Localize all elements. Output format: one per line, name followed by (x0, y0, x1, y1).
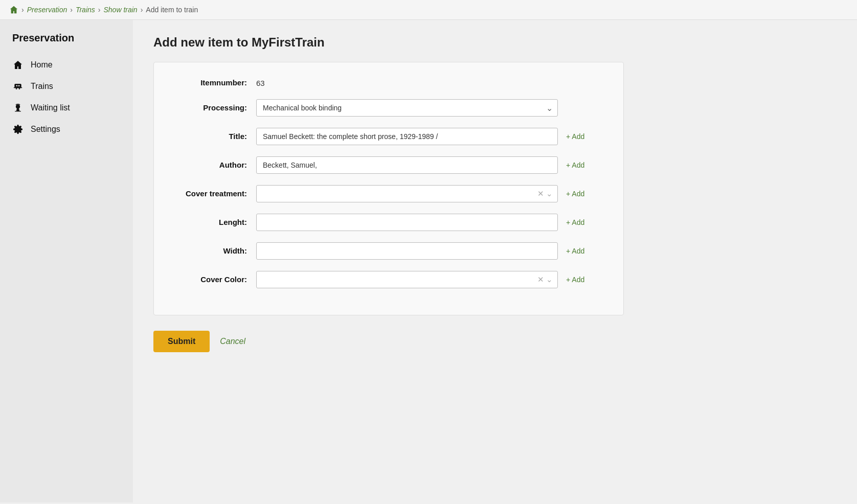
form-actions: Submit Cancel (153, 331, 837, 352)
length-row: Lenght: + Add (169, 214, 608, 231)
cover-color-row: Cover Color: ✕ ⌄ + Add (169, 271, 608, 288)
sidebar-item-waiting-list[interactable]: Waiting list (0, 97, 133, 119)
item-number-value: 63 (256, 79, 265, 87)
width-input[interactable] (256, 242, 558, 260)
page-title: Add new item to MyFirstTrain (153, 35, 837, 50)
length-input[interactable] (256, 214, 558, 231)
cover-color-add-link[interactable]: + Add (566, 276, 584, 284)
sidebar: Preservation Home Trains (0, 20, 133, 502)
cover-treatment-add-link[interactable]: + Add (566, 190, 584, 198)
cancel-button[interactable]: Cancel (220, 331, 245, 352)
home-breadcrumb-link[interactable] (9, 5, 18, 14)
cover-treatment-select[interactable] (256, 185, 558, 202)
length-add-link[interactable]: + Add (566, 218, 584, 226)
title-input[interactable] (256, 128, 558, 145)
current-breadcrumb: Add item to train (146, 6, 198, 14)
svg-rect-3 (14, 87, 22, 88)
waiting-list-icon (12, 102, 24, 113)
home-breadcrumb-icon (9, 5, 18, 14)
main-content: Add new item to MyFirstTrain Itemnumber:… (133, 20, 857, 502)
breadcrumb-sep-1: › (21, 6, 24, 14)
item-number-row: Itemnumber: 63 (169, 78, 608, 88)
sidebar-item-trains[interactable]: Trains (0, 76, 133, 97)
svg-rect-1 (16, 88, 17, 90)
svg-rect-5 (18, 85, 20, 87)
title-label: Title: (169, 131, 256, 142)
width-add-link[interactable]: + Add (566, 247, 584, 255)
sidebar-title: Preservation (0, 32, 133, 54)
breadcrumb: › Preservation › Trains › Show train › A… (0, 0, 857, 20)
train-icon (12, 81, 24, 92)
sidebar-item-settings[interactable]: Settings (0, 119, 133, 140)
cover-treatment-row: Cover treatment: ✕ ⌄ + Add (169, 185, 608, 202)
cover-treatment-select-wrapper: ✕ ⌄ (256, 185, 558, 202)
author-row: Author: + Add (169, 156, 608, 174)
cover-color-select-wrapper: ✕ ⌄ (256, 271, 558, 288)
trains-breadcrumb-link[interactable]: Trains (76, 6, 95, 14)
sidebar-item-home[interactable]: Home (0, 54, 133, 76)
preservation-breadcrumb-link[interactable]: Preservation (27, 6, 67, 14)
width-label: Width: (169, 246, 256, 256)
sidebar-settings-label: Settings (31, 125, 60, 134)
item-number-label: Itemnumber: (169, 78, 256, 88)
author-add-link[interactable]: + Add (566, 161, 584, 169)
breadcrumb-sep-3: › (98, 6, 101, 14)
cover-color-label: Cover Color: (169, 274, 256, 285)
processing-label: Processing: (169, 103, 256, 113)
author-input[interactable] (256, 156, 558, 174)
form-card: Itemnumber: 63 Processing: Mechanical bo… (153, 62, 624, 315)
sidebar-waiting-list-label: Waiting list (31, 103, 70, 112)
breadcrumb-sep-2: › (70, 6, 73, 14)
processing-row: Processing: Mechanical book binding ⌄ (169, 99, 608, 117)
show-train-breadcrumb-link[interactable]: Show train (103, 6, 137, 14)
title-row: Title: + Add (169, 128, 608, 145)
cover-treatment-label: Cover treatment: (169, 189, 256, 199)
title-add-link[interactable]: + Add (566, 132, 584, 141)
svg-rect-2 (19, 88, 20, 90)
sidebar-home-label: Home (31, 60, 53, 70)
processing-select-wrapper: Mechanical book binding ⌄ (256, 99, 558, 117)
settings-icon (12, 124, 24, 135)
breadcrumb-sep-4: › (141, 6, 143, 14)
home-icon (12, 59, 24, 71)
submit-button[interactable]: Submit (153, 331, 210, 352)
length-label: Lenght: (169, 217, 256, 227)
width-row: Width: + Add (169, 242, 608, 260)
processing-select[interactable]: Mechanical book binding (256, 99, 558, 117)
cover-color-select[interactable] (256, 271, 558, 288)
sidebar-trains-label: Trains (31, 82, 53, 91)
author-label: Author: (169, 160, 256, 170)
svg-rect-4 (16, 85, 18, 87)
